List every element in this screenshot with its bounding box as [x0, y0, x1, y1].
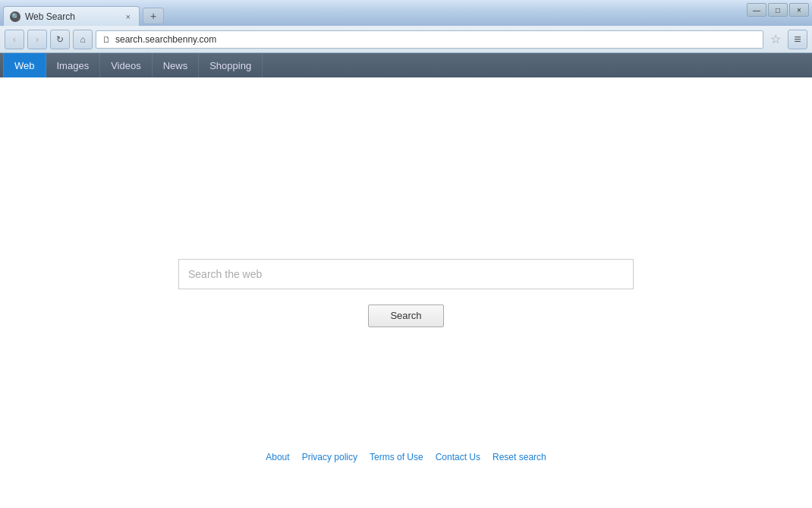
tab-shopping[interactable]: Shopping — [199, 53, 263, 77]
footer-link-about[interactable]: About — [266, 452, 289, 462]
back-button[interactable]: ‹ — [5, 30, 24, 49]
address-bar: ‹ › ↻ ⌂ 🗋 search.searchbenny.com ☆ ≡ — [0, 26, 812, 53]
footer-link-reset[interactable]: Reset search — [493, 452, 546, 462]
browser-frame: 🔍 Web Search × + — □ × ‹ › ↻ ⌂ 🗋 search.… — [0, 0, 812, 508]
window-controls: — □ × — [747, 3, 809, 17]
nav-tabs: Web Images Videos News Shopping — [0, 53, 812, 77]
maximize-button[interactable]: □ — [768, 3, 788, 17]
url-text: search.searchbenny.com — [115, 34, 757, 45]
tab-web[interactable]: Web — [3, 53, 46, 77]
bookmark-button[interactable]: ☆ — [766, 30, 785, 49]
tab-news-label: News — [163, 60, 188, 71]
tab-news[interactable]: News — [153, 53, 200, 77]
url-page-icon: 🗋 — [102, 35, 111, 44]
tab-title: Web Search — [25, 11, 119, 22]
browser-tab[interactable]: 🔍 Web Search × — [3, 6, 140, 26]
footer-link-contact[interactable]: Contact Us — [436, 452, 480, 462]
content-area: Search About Privacy policy Terms of Use… — [0, 77, 812, 508]
tab-images[interactable]: Images — [46, 53, 101, 77]
new-tab-button[interactable]: + — [143, 8, 164, 24]
close-button[interactable]: × — [789, 3, 809, 17]
refresh-icon: ↻ — [56, 34, 64, 45]
browser-menu-button[interactable]: ≡ — [788, 30, 807, 49]
tab-shopping-label: Shopping — [209, 60, 251, 71]
footer-link-privacy[interactable]: Privacy policy — [302, 452, 357, 462]
title-bar: 🔍 Web Search × + — □ × — [0, 0, 812, 26]
tab-close-button[interactable]: × — [124, 11, 133, 22]
back-icon: ‹ — [13, 34, 16, 45]
tab-favicon: 🔍 — [10, 11, 20, 22]
url-bar[interactable]: 🗋 search.searchbenny.com — [96, 30, 763, 49]
footer-links: About Privacy policy Terms of Use Contac… — [266, 452, 546, 462]
search-input[interactable] — [178, 259, 634, 289]
search-button[interactable]: Search — [368, 304, 444, 327]
tab-web-label: Web — [14, 60, 35, 71]
tab-videos-label: Videos — [111, 60, 141, 71]
tab-videos[interactable]: Videos — [100, 53, 153, 77]
minimize-button[interactable]: — — [747, 3, 766, 17]
search-container: Search — [178, 259, 634, 327]
tab-images-label: Images — [57, 60, 90, 71]
footer-link-terms[interactable]: Terms of Use — [370, 452, 423, 462]
home-button[interactable]: ⌂ — [73, 30, 93, 49]
forward-button[interactable]: › — [27, 30, 47, 49]
home-icon: ⌂ — [80, 34, 85, 45]
refresh-button[interactable]: ↻ — [50, 30, 70, 49]
forward-icon: › — [36, 34, 39, 45]
